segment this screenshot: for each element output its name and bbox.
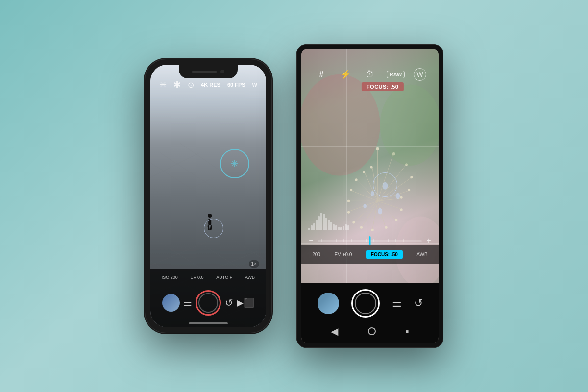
svg-point-55: [396, 193, 400, 199]
svg-point-58: [364, 204, 367, 208]
svg-point-42: [400, 208, 403, 211]
svg-line-11: [150, 226, 244, 266]
back-button[interactable]: ◀: [331, 325, 338, 337]
android-nav-bar: ◀ ▪: [301, 321, 439, 343]
ev-param[interactable]: EV 0.0: [191, 275, 204, 280]
svg-point-57: [378, 208, 382, 214]
android-shutter-button[interactable]: [351, 289, 380, 318]
camera-viewfinder: ✳ ✳ ✱ ⊙ 4K RES 60 FPS W: [150, 65, 266, 327]
histogram-bar: [333, 224, 335, 230]
slider-thumb[interactable]: [369, 236, 371, 245]
fps-selector[interactable]: 60 FPS: [227, 82, 245, 88]
iphone-device: ✳ ✳ ✱ ⊙ 4K RES 60 FPS W: [145, 59, 272, 333]
phones-container: ✳ ✳ ✱ ⊙ 4K RES 60 FPS W: [145, 44, 443, 348]
focus-slider-row: −: [301, 236, 439, 245]
android-focus-ring: [373, 172, 397, 197]
resolution-selector[interactable]: 4K RES: [201, 82, 220, 88]
tick: [411, 239, 411, 242]
svg-point-49: [347, 200, 350, 202]
slider-track[interactable]: [318, 240, 422, 242]
svg-point-50: [350, 189, 352, 191]
histogram-bar: [345, 224, 347, 230]
histogram-bar: [311, 225, 313, 230]
video-mode-icon[interactable]: ▶⬛: [237, 297, 254, 308]
tick: [359, 239, 359, 242]
tick: [418, 239, 418, 242]
svg-point-36: [376, 147, 379, 150]
tick: [351, 239, 352, 242]
tick: [381, 239, 381, 242]
shutter-controls-row: ⚌ ↺ ▶⬛: [150, 284, 266, 318]
android-shutter-row: ⚌ ↺: [301, 283, 439, 321]
timer-icon[interactable]: ⏱: [362, 67, 378, 82]
android-device: FOCUS: .50 # ⚡ ⏱ RAW W −: [296, 44, 443, 348]
histogram-bar: [338, 227, 340, 230]
camera-toolbar: ✳ ✱ ⊙ 4K RES 60 FPS W: [150, 79, 266, 90]
histogram-bar: [323, 214, 325, 230]
android-params-bar: 200 EV +0.0 FOCUS: .50 AWB: [301, 245, 439, 264]
svg-point-45: [371, 229, 374, 231]
histogram-bar: [325, 218, 327, 230]
recents-button[interactable]: ▪: [406, 326, 409, 337]
tick: [329, 239, 329, 242]
tick: [336, 239, 337, 242]
wb-icon[interactable]: W: [414, 68, 426, 81]
android-gallery-thumb[interactable]: [318, 293, 339, 314]
iso-param[interactable]: ISO 200: [162, 275, 178, 280]
histogram-bar: [328, 220, 330, 230]
raw-badge[interactable]: RAW: [387, 71, 405, 78]
histogram: [308, 213, 349, 230]
tick: [395, 239, 396, 242]
camera-controls-panel: ISO 200 EV 0.0 AUTO F AWB ⚌ ↺ ▶⬛: [150, 269, 266, 327]
svg-point-46: [360, 226, 363, 229]
android-iso-param[interactable]: 200: [312, 252, 320, 257]
histogram-bar: [320, 213, 322, 230]
slider-plus-icon[interactable]: +: [424, 236, 434, 245]
svg-point-52: [363, 171, 365, 173]
histogram-bar: [340, 227, 342, 230]
focus-value-label: FOCUS: .50: [362, 82, 404, 91]
settings-sliders-icon[interactable]: ⚌: [183, 297, 192, 309]
bolt-icon[interactable]: ✱: [173, 79, 181, 90]
flip-camera-icon[interactable]: ↺: [225, 297, 233, 309]
android-focus-param[interactable]: FOCUS: .50: [366, 250, 403, 259]
camera-settings-icon[interactable]: ⊙: [188, 80, 194, 90]
iphone-notch: [179, 65, 238, 78]
home-button[interactable]: [368, 327, 376, 335]
tick: [388, 239, 389, 242]
flash-off-icon[interactable]: ✳: [159, 79, 167, 90]
tick: [373, 239, 374, 242]
slider-minus-icon[interactable]: −: [306, 236, 316, 245]
android-bottom-controls: ⚌ ↺ ◀ ▪: [301, 283, 439, 343]
camera-params-bar: ISO 200 EV 0.0 AUTO F AWB: [150, 273, 266, 284]
flash-icon[interactable]: ⚡: [338, 67, 353, 82]
android-flip-icon[interactable]: ↺: [414, 297, 423, 310]
shutter-inner-ring: [198, 293, 218, 313]
speaker: [192, 71, 217, 73]
svg-line-9: [150, 177, 214, 207]
grid-icon[interactable]: #: [314, 67, 329, 82]
histogram-bar: [316, 220, 318, 230]
android-awb-param[interactable]: AWB: [416, 252, 427, 257]
histogram-bar: [308, 228, 310, 230]
android-shutter-inner: [355, 293, 376, 314]
histogram-bar: [318, 216, 320, 230]
svg-point-53: [370, 166, 373, 168]
svg-point-47: [352, 221, 355, 223]
zoom-level[interactable]: 1×: [249, 260, 259, 268]
exposure-circle[interactable]: ✳: [220, 149, 249, 178]
focus-ring: [204, 219, 223, 238]
histogram-bar: [343, 226, 344, 230]
front-camera: [220, 70, 224, 74]
wb-param[interactable]: AWB: [245, 275, 255, 280]
android-sliders-icon[interactable]: ⚌: [392, 297, 402, 310]
tick: [366, 239, 367, 242]
android-ev-param[interactable]: EV +0.0: [334, 252, 352, 257]
svg-point-41: [400, 196, 403, 199]
focus-param[interactable]: AUTO F: [216, 275, 232, 280]
home-indicator: [189, 322, 228, 324]
shutter-button[interactable]: [196, 290, 221, 316]
gallery-thumbnail[interactable]: [162, 294, 180, 312]
white-balance-selector[interactable]: W: [252, 82, 257, 88]
tick: [343, 239, 344, 242]
